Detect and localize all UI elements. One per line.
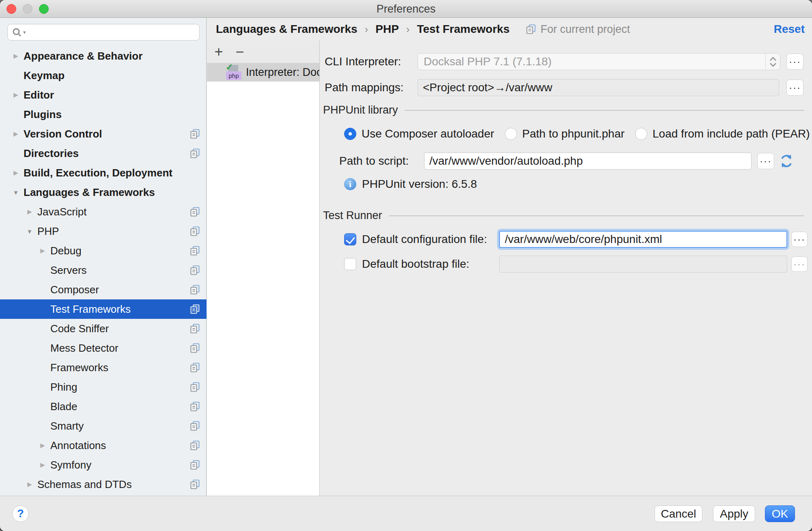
cli-interpreter-label: CLI Interpreter: (325, 55, 401, 68)
chevron-icon[interactable]: ▶ (36, 461, 50, 469)
sidebar-item-frameworks[interactable]: Frameworks (0, 358, 207, 377)
project-scope-icon (190, 479, 200, 490)
settings-header: Languages & Frameworks › PHP › Test Fram… (207, 18, 812, 41)
sidebar-item-label: Mess Detector (50, 342, 118, 355)
remove-interpreter-button[interactable]: − (234, 45, 246, 59)
chevron-icon[interactable]: ▶ (9, 130, 23, 138)
reload-phpunit-info-icon[interactable] (778, 152, 795, 170)
radio-path-to-phpunit-phar[interactable]: Path to phpunit.phar (505, 127, 625, 140)
sidebar-item-smarty[interactable]: Smarty (0, 416, 207, 436)
stepper-icon[interactable] (765, 54, 780, 70)
help-button[interactable]: ? (12, 505, 29, 522)
sidebar-item-label: Test Frameworks (50, 303, 131, 316)
apply-button[interactable]: Apply (713, 505, 755, 522)
radio-icon[interactable] (505, 128, 517, 140)
default-bootstrap-checkbox[interactable] (344, 258, 356, 270)
sidebar-item-servers[interactable]: Servers (0, 260, 207, 280)
sidebar-item-code-sniffer[interactable]: Code Sniffer (0, 319, 207, 338)
add-interpreter-button[interactable]: + (213, 45, 225, 59)
project-scope-icon (190, 245, 200, 256)
sidebar-item-build-execution-deployment[interactable]: ▶ Build, Execution, Deployment (0, 163, 207, 183)
search-options-icon[interactable]: ▾ (23, 29, 26, 35)
chevron-icon[interactable]: ▶ (36, 442, 50, 449)
chevron-icon[interactable]: ▶ (9, 169, 23, 176)
default-config-browse-button[interactable]: ··· (791, 232, 808, 247)
reset-link[interactable]: Reset (774, 18, 805, 41)
preferences-window: Preferences ▾ ▶ Appearance & Behavior Ke… (0, 0, 812, 531)
chevron-icon[interactable]: ▶ (9, 91, 23, 99)
sidebar-item-label: Composer (50, 284, 99, 296)
settings-search-input[interactable]: ▾ (7, 24, 200, 41)
sidebar-item-keymap[interactable]: Keymap (0, 66, 207, 85)
test-runner-section-title: Test Runner (323, 209, 382, 222)
chevron-icon[interactable]: ▼ (9, 189, 23, 196)
sidebar-item-debug[interactable]: ▶ Debug (0, 241, 207, 260)
chevron-icon[interactable]: ▶ (23, 481, 37, 488)
project-scope-icon (190, 343, 200, 353)
project-scope-icon (190, 440, 200, 451)
sidebar-item-plugins[interactable]: Plugins (0, 105, 207, 124)
sidebar-item-schemas-and-dtds[interactable]: ▶ Schemas and DTDs (0, 475, 207, 494)
sidebar-item-version-control[interactable]: ▶ Version Control (0, 124, 207, 144)
cli-interpreter-select[interactable]: Docksal PHP 7.1 (7.1.18) (418, 53, 780, 70)
project-scope-icon (190, 304, 200, 314)
sidebar-item-languages-frameworks[interactable]: ▼ Languages & Frameworks (0, 183, 207, 202)
cli-interpreter-browse-button[interactable]: ··· (786, 54, 803, 70)
sidebar-item-blade[interactable]: Blade (0, 397, 207, 416)
interpreter-list-item[interactable]: ✓php Interpreter: Docksal PHP 7.1 (7.1.1… (207, 63, 319, 82)
default-config-checkbox[interactable] (344, 233, 356, 245)
sidebar-item-mess-detector[interactable]: Mess Detector (0, 338, 207, 358)
title-bar: Preferences (0, 0, 812, 18)
ok-button[interactable]: OK (765, 505, 795, 522)
dialog-footer: ? Cancel Apply OK (0, 496, 812, 531)
breadcrumb: Languages & Frameworks › PHP › Test Fram… (216, 18, 510, 41)
sidebar-item-php[interactable]: ▼ PHP (0, 221, 207, 241)
sidebar-item-directories[interactable]: Directories (0, 144, 207, 163)
default-bootstrap-browse-button[interactable]: ··· (791, 256, 808, 272)
chevron-icon[interactable]: ▶ (9, 52, 23, 60)
sidebar-item-annotations[interactable]: ▶ Annotations (0, 436, 207, 455)
sidebar-item-label: JavaScript (37, 206, 86, 218)
radio-icon[interactable] (635, 128, 647, 140)
breadcrumb-test-frameworks[interactable]: Test Frameworks (417, 23, 509, 36)
sidebar-item-test-frameworks[interactable]: Test Frameworks (0, 299, 207, 319)
sidebar-item-label: Servers (50, 264, 87, 277)
sidebar-item-label: Schemas and DTDs (37, 478, 132, 491)
sidebar-item-symfony[interactable]: ▶ Symfony (0, 455, 207, 475)
path-to-script-input[interactable]: /var/www/vendor/autoload.php (424, 153, 752, 170)
sidebar-item-label: Directories (24, 147, 79, 160)
path-mappings-browse-button[interactable]: ··· (786, 80, 803, 96)
sidebar-item-javascript[interactable]: ▶ JavaScript (0, 202, 207, 221)
chevron-icon[interactable]: ▶ (36, 247, 50, 254)
project-scope-icon (190, 401, 200, 412)
sidebar-item-editor[interactable]: ▶ Editor (0, 85, 207, 105)
chevron-icon[interactable]: ▼ (23, 228, 37, 235)
sidebar-item-label: Keymap (24, 69, 65, 82)
path-to-script-label: Path to script: (339, 155, 409, 168)
project-scope-icon (190, 129, 200, 139)
scope-note: For current project (526, 18, 630, 41)
radio-icon[interactable] (344, 128, 356, 140)
section-divider (405, 110, 804, 111)
phpunit-library-radio-group: Use Composer autoloader Path to phpunit.… (344, 128, 810, 140)
chevron-icon[interactable]: ▶ (23, 208, 37, 215)
project-scope-icon (190, 226, 200, 236)
breadcrumb-languages-frameworks[interactable]: Languages & Frameworks (216, 23, 358, 36)
sidebar-item-composer[interactable]: Composer (0, 280, 207, 299)
breadcrumb-php[interactable]: PHP (375, 23, 399, 36)
cancel-button[interactable]: Cancel (655, 505, 702, 522)
default-config-file-input[interactable] (499, 231, 787, 248)
sidebar-item-label: Plugins (24, 108, 62, 121)
sidebar-item-label: Code Sniffer (50, 322, 109, 335)
default-bootstrap-file-input[interactable] (499, 256, 787, 273)
path-to-script-browse-button[interactable]: ··· (757, 153, 774, 169)
sidebar-item-appearance-behavior[interactable]: ▶ Appearance & Behavior (0, 46, 207, 66)
radio-load-from-include-path[interactable]: Load from include path (PEAR) (635, 127, 810, 140)
sidebar-tree: ▶ Appearance & Behavior Keymap ▶ Editor … (0, 46, 207, 494)
sidebar-item-label: Build, Execution, Deployment (24, 167, 172, 179)
section-divider (389, 215, 804, 216)
sidebar-item-phing[interactable]: Phing (0, 377, 207, 397)
radio-use-composer-autoloader[interactable]: Use Composer autoloader (344, 127, 494, 140)
sidebar-item-label: Phing (50, 381, 78, 393)
sidebar-item-label: Frameworks (50, 361, 108, 374)
